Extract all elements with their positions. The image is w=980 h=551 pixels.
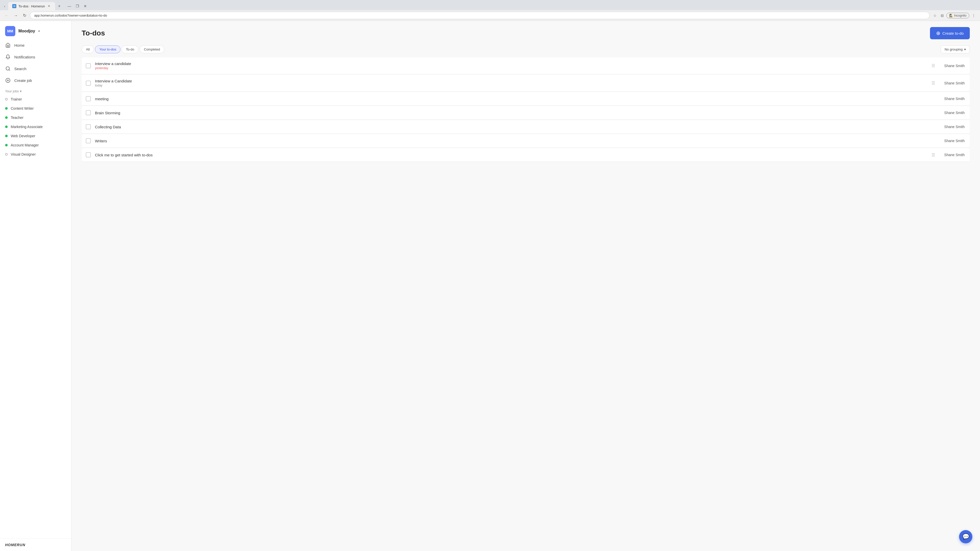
search-icon [5,66,11,71]
chat-icon: 💬 [963,534,969,540]
table-row: Writers Shane Smith [82,134,970,148]
todo-actions-6: Shane Smith [939,139,965,143]
sidebar-header: MM Moodjoy ▾ [0,21,71,39]
new-tab-btn[interactable]: + [56,3,62,10]
todo-actions-1: ☰ Shane Smith [932,63,965,68]
filter-bar: All Your to-dos To-do Completed No group… [72,43,980,57]
todo-content-6: Writers [95,139,939,143]
filter-tab-your-todos[interactable]: Your to-dos [95,45,121,53]
todo-checkbox-1[interactable] [86,63,91,68]
todo-title-1: Interview a candidate [95,62,932,66]
todo-content-7: Click me to get started with to-dos [95,153,932,157]
job-item-account-manager[interactable]: Account Manager [0,141,71,150]
todo-content-3: meeting [95,97,939,101]
main-header: To-dos ⊕ Create to-do [72,21,980,43]
job-label-account-mgr: Account Manager [11,143,39,147]
tab-close-btn[interactable]: ✕ [47,4,51,8]
job-status-dot-trainer [5,98,8,100]
jobs-section-label[interactable]: Your jobs ▾ [0,86,71,95]
menu-btn[interactable]: ⋮ [970,13,977,19]
todo-date-1: yesterday [95,66,932,70]
todo-assignee-1: Shane Smith [939,64,965,68]
todo-actions-7: ☰ Shane Smith [932,152,965,157]
sidebar-item-home[interactable]: Home [0,39,71,51]
note-icon-2[interactable]: ☰ [932,81,935,86]
todo-assignee-3: Shane Smith [939,97,965,101]
sidebar-item-search[interactable]: Search [0,63,71,75]
bookmark-btn[interactable]: ☆ [932,13,938,19]
back-tab-btn[interactable]: ‹ [2,3,7,10]
avatar: MM [5,26,15,36]
tab-bar: ‹ H To-dos · Homerun ✕ + — ❐ ✕ [0,0,980,10]
todo-assignee-6: Shane Smith [939,139,965,143]
company-name: Moodjoy [18,29,35,33]
table-row: Interview a Candidate today ☰ Shane Smit… [82,75,970,92]
tab-favicon: H [12,4,16,8]
close-btn[interactable]: ✕ [82,3,89,9]
minimize-btn[interactable]: — [65,3,73,9]
table-row: Brain Storming Shane Smith [82,106,970,120]
note-icon-7[interactable]: ☰ [932,152,935,157]
browser-chrome: ‹ H To-dos · Homerun ✕ + — ❐ ✕ ← → ↻ app… [0,0,980,21]
job-item-teacher[interactable]: Teacher [0,113,71,122]
company-dropdown-icon[interactable]: ▾ [38,29,40,33]
table-row: Interview a candidate yesterday ☰ Shane … [82,57,970,74]
jobs-dropdown-icon: ▾ [20,89,22,93]
search-label: Search [14,67,27,71]
todo-assignee-5: Shane Smith [939,125,965,129]
chat-bubble[interactable]: 💬 [959,530,972,543]
todo-checkbox-6[interactable] [86,138,91,143]
tab-title: To-dos · Homerun [18,4,45,8]
filter-tab-todo[interactable]: To-do [121,45,138,53]
table-row: meeting Shane Smith [82,92,970,106]
job-status-dot-marketing [5,125,8,128]
todo-title-2: Interview a Candidate [95,79,932,83]
todo-title-3: meeting [95,97,939,101]
create-todo-btn[interactable]: ⊕ Create to-do [930,27,970,39]
todo-actions-2: ☰ Shane Smith [932,81,965,86]
grouping-dropdown[interactable]: No grouping ▾ [941,45,970,53]
todo-actions-4: Shane Smith [939,111,965,115]
job-item-content-writer[interactable]: Content Writer [0,104,71,113]
todo-checkbox-5[interactable] [86,124,91,129]
todo-list: Interview a candidate yesterday ☰ Shane … [72,57,980,551]
todo-title-7: Click me to get started with to-dos [95,153,932,157]
url-text: app.homerun.co/todos?owner=user&status=t… [34,14,107,17]
todo-actions-3: Shane Smith [939,97,965,101]
todo-checkbox-7[interactable] [86,152,91,157]
sidebar-item-notifications[interactable]: Notifications [0,51,71,63]
notifications-label: Notifications [14,55,35,59]
job-label-web-dev: Web Developer [11,134,35,138]
svg-line-1 [9,70,10,71]
job-item-visual-designer[interactable]: Visual Designer [0,150,71,159]
sidebar-footer: HOMERUN [0,538,71,551]
job-item-trainer[interactable]: Trainer [0,95,71,104]
job-item-web-developer[interactable]: Web Developer [0,131,71,141]
filter-tabs: All Your to-dos To-do Completed [82,45,164,53]
filter-tab-completed[interactable]: Completed [140,45,164,53]
forward-btn[interactable]: → [12,12,19,19]
todo-checkbox-4[interactable] [86,110,91,115]
page-title: To-dos [82,29,105,37]
reload-btn[interactable]: ↻ [21,12,28,19]
todo-assignee-4: Shane Smith [939,111,965,115]
create-todo-icon: ⊕ [936,30,940,36]
active-tab[interactable]: H To-dos · Homerun ✕ [8,2,55,10]
back-btn[interactable]: ← [3,12,10,19]
note-icon-1[interactable]: ☰ [932,63,935,68]
filter-tab-all[interactable]: All [82,45,94,53]
url-bar[interactable]: app.homerun.co/todos?owner=user&status=t… [30,12,930,19]
job-status-dot-content-writer [5,107,8,110]
sidebar-item-create-job[interactable]: Create job [0,75,71,86]
todo-date-2: today [95,84,932,87]
job-item-marketing-associate[interactable]: Marketing Associate [0,122,71,131]
sidebar-toggle-btn[interactable]: ⊟ [939,13,945,19]
window-controls: — ❐ ✕ [65,3,89,9]
todo-title-5: Collecting Data [95,125,939,129]
restore-btn[interactable]: ❐ [74,3,81,9]
todo-checkbox-3[interactable] [86,96,91,101]
incognito-badge[interactable]: 🕵 Incognito [946,13,969,18]
address-bar: ← → ↻ app.homerun.co/todos?owner=user&st… [0,10,980,21]
todo-content-1: Interview a candidate yesterday [95,62,932,70]
todo-checkbox-2[interactable] [86,81,91,86]
